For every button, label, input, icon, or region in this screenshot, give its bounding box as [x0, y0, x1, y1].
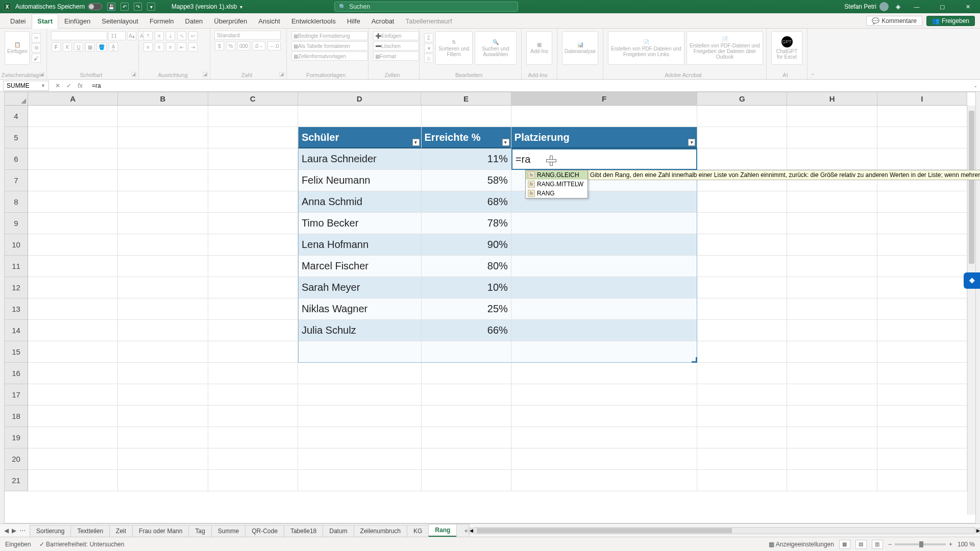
wrap-text-icon[interactable]: ↩	[188, 31, 198, 40]
cell[interactable]	[208, 320, 298, 341]
cell[interactable]: 80%	[422, 256, 511, 277]
filter-dropdown-icon[interactable]: ▾	[412, 139, 420, 146]
cell[interactable]	[208, 448, 298, 470]
pdf-link-button[interactable]: 📄Erstellen von PDF-Dateien und Freigeben…	[608, 31, 684, 65]
cell[interactable]	[28, 427, 118, 448]
align-bottom-icon[interactable]: ⇣	[166, 31, 175, 40]
ribbon-tab-acrobat[interactable]: Acrobat	[366, 14, 400, 28]
fill-color-icon[interactable]: 🪣	[96, 42, 107, 52]
cell[interactable]	[787, 277, 877, 298]
cell[interactable]	[208, 406, 298, 427]
sheet-tab[interactable]: Zeit	[109, 525, 133, 537]
ribbon-tab-entwicklertools[interactable]: Entwicklertools	[286, 14, 341, 28]
enter-formula-icon[interactable]: ✓	[64, 82, 74, 89]
cell[interactable]	[697, 470, 787, 491]
copy-icon[interactable]: ⧉	[32, 43, 41, 53]
addins-button[interactable]: ▦Add-Ins	[526, 31, 552, 65]
cell[interactable]	[208, 384, 298, 406]
cell[interactable]: Julia Schulz	[298, 320, 422, 341]
cell[interactable]	[877, 277, 967, 298]
cell[interactable]	[511, 213, 697, 234]
cell[interactable]	[511, 277, 697, 298]
scroll-right-icon[interactable]: ▶	[974, 528, 980, 534]
cell[interactable]	[298, 363, 422, 384]
cell[interactable]	[208, 170, 298, 191]
cell[interactable]	[118, 256, 208, 277]
sheet-tab[interactable]: Summe	[211, 525, 246, 537]
cell[interactable]	[697, 277, 787, 298]
cell[interactable]	[787, 448, 877, 470]
number-format-select[interactable]	[214, 31, 281, 40]
find-select-button[interactable]: 🔍Suchen und Auswählen	[475, 31, 517, 65]
cell[interactable]	[787, 406, 877, 427]
diamond-icon[interactable]: ◈	[896, 3, 900, 10]
cell[interactable]	[208, 191, 298, 213]
cell[interactable]	[877, 234, 967, 256]
cell[interactable]	[787, 234, 877, 256]
cell[interactable]	[422, 448, 511, 470]
dialog-launcher-icon[interactable]: ◢	[39, 72, 44, 77]
autocomplete-item[interactable]: fxRANG.GLEICH	[526, 170, 587, 180]
sort-filter-button[interactable]: ⇅Sortieren und Filtern	[435, 31, 473, 65]
share-button[interactable]: 👥 Freigeben	[926, 16, 975, 26]
cell[interactable]: 25%	[422, 298, 511, 320]
cell[interactable]	[697, 148, 787, 170]
align-top-icon[interactable]: ⇡	[143, 31, 153, 40]
column-header[interactable]: A	[28, 92, 118, 106]
indent-inc-icon[interactable]: ⇥	[188, 42, 198, 52]
cell[interactable]	[208, 427, 298, 448]
sheet-tab[interactable]: KG	[407, 525, 429, 537]
cell[interactable]: 58%	[422, 170, 511, 191]
sheet-tab[interactable]: Tag	[188, 525, 211, 537]
row-header[interactable]: 10	[5, 234, 28, 256]
cell[interactable]	[697, 127, 787, 148]
cell[interactable]	[422, 406, 511, 427]
align-center-icon[interactable]: ≡	[155, 42, 164, 52]
data-analysis-button[interactable]: 📊Datenanalyse	[562, 31, 598, 65]
clear-icon[interactable]: ◇	[424, 54, 433, 63]
cell[interactable]: 10%	[422, 277, 511, 298]
normal-view-icon[interactable]: ▦	[839, 540, 850, 549]
cell[interactable]	[28, 148, 118, 170]
cell[interactable]	[697, 406, 787, 427]
cell[interactable]: Timo Becker	[298, 213, 422, 234]
cell[interactable]	[697, 191, 787, 213]
cell[interactable]	[118, 298, 208, 320]
inc-decimal-icon[interactable]: .0→	[252, 41, 265, 51]
cell[interactable]	[787, 363, 877, 384]
cell[interactable]	[787, 470, 877, 491]
cell[interactable]	[28, 363, 118, 384]
ribbon-tab-tabellenentwurf[interactable]: Tabellenentwurf	[400, 14, 457, 28]
align-middle-icon[interactable]: ≡	[155, 31, 164, 40]
redo-icon[interactable]: ↷	[134, 3, 142, 11]
cell[interactable]	[787, 256, 877, 277]
cell[interactable]: Niklas Wagner	[298, 298, 422, 320]
cell[interactable]	[28, 470, 118, 491]
cell[interactable]	[28, 234, 118, 256]
font-size-input[interactable]	[108, 31, 126, 40]
column-header[interactable]: I	[877, 92, 967, 106]
dropbox-badge-icon[interactable]: ❖	[964, 272, 980, 289]
ribbon-tab-formeln[interactable]: Formeln	[144, 14, 179, 28]
align-right-icon[interactable]: ≡	[166, 42, 175, 52]
column-header[interactable]: H	[787, 92, 877, 106]
cell[interactable]: 11%	[422, 148, 511, 170]
row-header[interactable]: 13	[5, 298, 28, 320]
maximize-button[interactable]: ▢	[933, 0, 951, 13]
cell[interactable]	[697, 363, 787, 384]
row-header[interactable]: 19	[5, 427, 28, 448]
cell[interactable]: Platzierung▾	[511, 127, 697, 148]
cell[interactable]	[28, 213, 118, 234]
cell[interactable]	[877, 363, 967, 384]
cell[interactable]	[28, 106, 118, 127]
cell[interactable]	[208, 277, 298, 298]
cell[interactable]	[511, 298, 697, 320]
cell[interactable]	[208, 363, 298, 384]
cell[interactable]	[877, 191, 967, 213]
cell[interactable]	[787, 213, 877, 234]
cell[interactable]	[877, 127, 967, 148]
cell-grid[interactable]: Schüler▾Erreichte %▾Platzierung▾Laura Sc…	[28, 106, 967, 515]
cell[interactable]: Lena Hofmann	[298, 234, 422, 256]
cell[interactable]	[422, 363, 511, 384]
cell[interactable]	[422, 106, 511, 127]
